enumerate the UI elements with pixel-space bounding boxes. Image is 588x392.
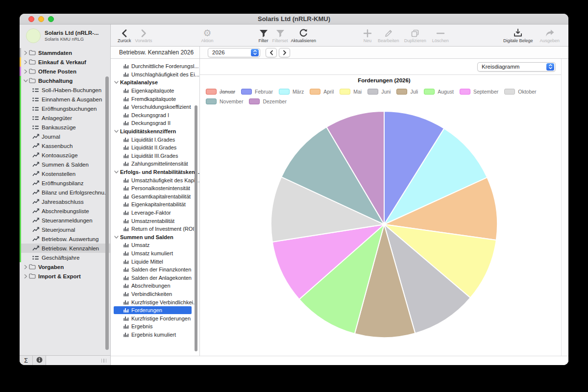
tree-item-kurzfristige-verbindlichkei[interactable]: Kurzfristige Verbindlichkei... <box>111 298 199 306</box>
sidebar-item-buchhaltung[interactable]: Buchhaltung <box>20 76 110 85</box>
sidebar-item-anlageg-ter[interactable]: Anlagegüter <box>20 113 110 122</box>
sidebar-item-steueranmeldungen[interactable]: Steueranmeldungen <box>20 216 110 225</box>
legend-item-april[interactable]: April <box>310 89 334 95</box>
tree-item-eigenkapitalquote[interactable]: Eigenkapitalquote <box>111 87 199 95</box>
tree-item-ergebnis[interactable]: Ergebnis <box>111 322 199 331</box>
refresh-button[interactable]: Aktualisieren <box>291 27 317 43</box>
sidebar-item-er-ffnungsbilanz[interactable]: Eröffnungsbilanz <box>20 178 110 188</box>
sidebar-item-offene-posten[interactable]: Offene Posten <box>20 67 110 76</box>
tree-item-summen-und-salden[interactable]: Summen und Salden <box>111 233 199 241</box>
sidebar-item-kostenstellen[interactable]: Kostenstellen <box>20 169 110 178</box>
tree-item-durchnittliche-forderungsl[interactable]: Durchnittliche Forderungsl... <box>111 62 199 71</box>
tree-item-umschlagh-ufigkeit-des-ei[interactable]: Umschlaghäufigkeit des Ei... <box>111 71 199 79</box>
minimize-window-button[interactable] <box>38 16 44 22</box>
legend-item-m-rz[interactable]: März <box>279 89 304 95</box>
tree-item-eigenkapitalrentabilit-t[interactable]: Eigenkapitalrentabilität <box>111 200 199 209</box>
tree-item-abschreibungen[interactable]: Abschreibungen <box>111 282 199 290</box>
legend-item-september[interactable]: September <box>460 89 498 95</box>
tree-item-deckungsgrad-i[interactable]: Deckungsgrad I <box>111 111 199 120</box>
tree-item-return-of-investment-roi[interactable]: Return of Investment (ROI) <box>111 225 199 233</box>
tree-item-salden-der-finanzkonten[interactable]: Salden der Finanzkonten <box>111 266 199 274</box>
tree-item-forderungen[interactable]: Forderungen <box>114 306 192 315</box>
digital-receipts-button[interactable]: Digitale Belege <box>503 27 533 43</box>
tree-item-ergebnis-kumuliert[interactable]: Ergebnis kumuliert <box>111 331 199 339</box>
disclosure-chevron-icon[interactable] <box>23 78 29 83</box>
tree-item-leverage-faktor[interactable]: Leverage-Faktor <box>111 209 199 217</box>
info-button[interactable] <box>33 356 46 365</box>
tree-item-umsatz-kumuliert[interactable]: Umsatz kumuliert <box>111 249 199 258</box>
sidebar-item-betriebsw-auswertung[interactable]: Betriebsw. Auswertung <box>20 234 110 244</box>
legend-item-august[interactable]: August <box>424 89 454 95</box>
disclosure-chevron-icon[interactable] <box>23 50 29 55</box>
disclosure-chevron-icon[interactable] <box>113 129 119 134</box>
tree-item-personalkostenintensit-t[interactable]: Personalkostenintensität <box>111 184 199 193</box>
tree-item-verschuldungskoeffizient[interactable]: Verschuldungskoeffizient <box>111 103 199 111</box>
zoom-window-button[interactable] <box>48 16 54 22</box>
sidebar-item-bankausz-ge[interactable]: Bankauszüge <box>20 122 110 132</box>
disclosure-chevron-icon[interactable] <box>23 60 29 65</box>
legend-item-januar[interactable]: Januar <box>206 89 235 95</box>
tree-item-kurzfristige-forderungen[interactable]: Kurzfristige Forderungen <box>111 314 199 322</box>
tree-item-liquidit-tskennziffern[interactable]: Liquiditätskennziffern <box>111 127 199 136</box>
sidebar-item-bilanz-und-erfolgsrechnu[interactable]: Bilanz und Erfolgsrechnu... <box>20 188 110 197</box>
disclosure-chevron-icon[interactable] <box>113 80 119 85</box>
sidebar-item-summen-salden[interactable]: Summen & Salden <box>20 160 110 169</box>
year-select[interactable]: 2026 <box>208 48 260 57</box>
company-switcher[interactable]: Solaris Ltd (nRLR-... Solaris KMU nRLG <box>20 24 110 47</box>
tree-item-kapitalanalyse[interactable]: Kapitalanalyse <box>111 78 199 87</box>
chart-type-select[interactable]: Kreisdiagramm <box>477 62 556 72</box>
sidebar-item-steuerjournal[interactable]: Steuerjournal <box>20 225 110 234</box>
tree-item-verbindlichkeiten[interactable]: Verbindlichkeiten <box>111 290 199 298</box>
legend-item-juli[interactable]: Juli <box>396 89 418 95</box>
disclosure-chevron-icon[interactable] <box>113 235 119 240</box>
disclosure-chevron-icon[interactable] <box>23 69 29 74</box>
resize-grip[interactable] <box>101 359 107 363</box>
sidebar-item-einnahmen-ausgaben[interactable]: Einnahmen & Ausgaben <box>20 95 110 104</box>
tree-item-fremdkapitalquote[interactable]: Fremdkapitalquote <box>111 95 199 103</box>
sidebar-item-er-ffnungsbuchungen[interactable]: Eröffnungsbuchungen <box>20 104 110 113</box>
legend-item-februar[interactable]: Februar <box>241 89 273 95</box>
sidebar-item-kontoausz-ge[interactable]: Kontoauszüge <box>20 150 110 160</box>
prev-year-button[interactable] <box>266 48 277 57</box>
sidebar-item-soll-haben-buchungen[interactable]: Soll-/Haben-Buchungen <box>20 85 110 95</box>
tree-item-liquidit-t-ii-grades[interactable]: Liquidität II.Grades <box>111 144 199 152</box>
tree-item-salden-der-anlagekonten[interactable]: Salden der Anlagekonten <box>111 273 199 282</box>
tree-item-umsatzh-ufigkeit-des-kapi[interactable]: Umsatzhäufigkeit des Kapi... <box>111 176 199 184</box>
sidebar-item-jahresabschluss[interactable]: Jahresabschluss <box>20 197 110 206</box>
sidebar-item-journal[interactable]: Journal <box>20 132 110 141</box>
sidebar-item-stammdaten[interactable]: Stammdaten <box>20 48 110 57</box>
tree-item-erfolgs-und-rentabilit-tsken[interactable]: Erfolgs- und Rentabilitätsken... <box>111 168 199 176</box>
tree-item-liquidit-t-iii-grades[interactable]: Liquidität III.Grades <box>111 152 199 160</box>
close-window-button[interactable] <box>28 16 34 22</box>
filter-button[interactable]: Filter <box>259 27 269 43</box>
tree-item-zahlungsmittelintensit-t[interactable]: Zahlungsmittelintensität <box>111 160 199 168</box>
sidebar-item-import-export[interactable]: Import & Export <box>20 271 110 281</box>
sum-button[interactable]: Σ <box>20 356 33 365</box>
legend-item-november[interactable]: November <box>206 98 243 104</box>
tree-item-liquidit-t-i-grades[interactable]: Liquidität I.Grades <box>111 135 199 144</box>
disclosure-chevron-icon[interactable] <box>23 274 29 279</box>
legend-item-mai[interactable]: Mai <box>340 89 362 95</box>
tree-scrollbar[interactable] <box>195 105 197 351</box>
sidebar-item-gesch-ftsjahre[interactable]: Geschäftsjahre <box>20 253 110 262</box>
bar-chart-icon <box>123 186 129 191</box>
back-button[interactable]: Zurück <box>118 27 131 43</box>
sidebar-item-vorgaben[interactable]: Vorgaben <box>20 262 110 271</box>
sidebar-item-betriebsw-kennzahlen[interactable]: Betriebsw. Kennzahlen <box>20 244 110 253</box>
sidebar-scrollbar[interactable] <box>105 76 109 350</box>
sidebar-item-einkauf-verkauf[interactable]: Einkauf & Verkauf <box>20 57 110 67</box>
disclosure-chevron-icon[interactable] <box>113 170 119 174</box>
tree-item-gesamtkapitalrentabilit-t[interactable]: Gesamtkapitalrentabilität <box>111 193 199 201</box>
legend-item-juni[interactable]: Juni <box>368 89 391 95</box>
legend-item-dezember[interactable]: Dezember <box>249 98 286 104</box>
sidebar-item-kassenbuch[interactable]: Kassenbuch <box>20 141 110 150</box>
disclosure-chevron-icon[interactable] <box>23 265 29 270</box>
legend-item-oktober[interactable]: Oktober <box>504 89 536 95</box>
sidebar-item-abschreibungsliste[interactable]: Abschreibungsliste <box>20 206 110 216</box>
tree-item-umsatz[interactable]: Umsatz <box>111 241 199 249</box>
tree-item-deckungsgrad-ii[interactable]: Deckungsgrad II <box>111 119 199 127</box>
tree-item-umsatzrentabilit-t[interactable]: Umsatzrentabilität <box>111 217 199 225</box>
sidebar-item-label: Einnahmen & Ausgaben <box>42 97 102 102</box>
next-year-button[interactable] <box>279 48 290 57</box>
tree-item-liquide-mittel[interactable]: Liquide Mittel <box>111 257 199 266</box>
